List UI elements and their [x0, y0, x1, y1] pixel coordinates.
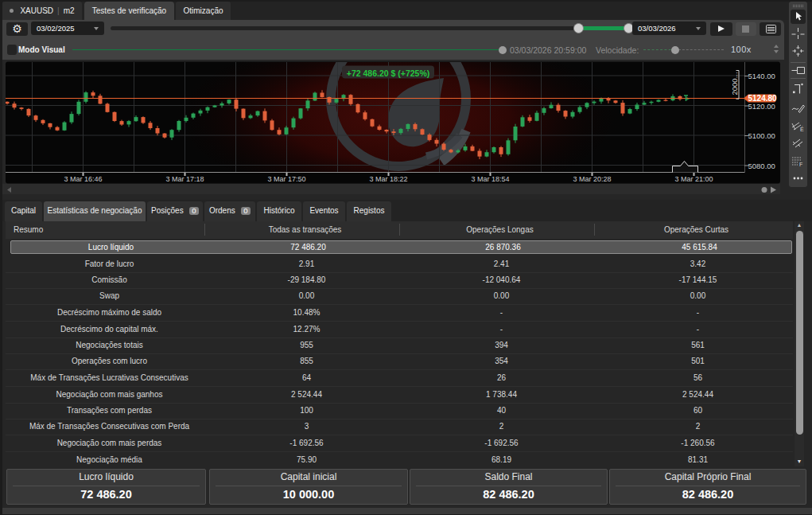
- svg-text:F: F: [799, 162, 802, 167]
- svg-text:É: É: [800, 126, 804, 132]
- svg-text:5100.00: 5100.00: [748, 131, 775, 140]
- svg-text:5124.80: 5124.80: [748, 94, 778, 103]
- svg-text:5120.00: 5120.00: [748, 102, 775, 111]
- svg-text:+72 486.20 $ (+725%): +72 486.20 $ (+725%): [347, 68, 430, 78]
- svg-text:5080.00: 5080.00: [748, 162, 775, 170]
- svg-text:2000...: 2000...: [730, 72, 739, 95]
- svg-text:5140.00: 5140.00: [748, 72, 775, 80]
